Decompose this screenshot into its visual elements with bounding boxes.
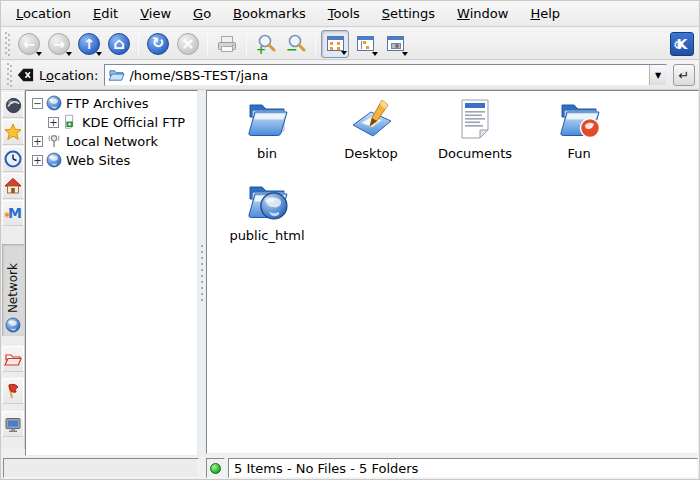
dark-globe-icon (5, 97, 22, 114)
menu-view[interactable]: View (129, 2, 182, 25)
tree-item-web-sites[interactable]: + Web Sites (32, 151, 130, 169)
folder-icon (243, 95, 291, 143)
file-label: bin (257, 146, 277, 161)
globe-icon (46, 95, 62, 111)
menu-settings[interactable]: Settings (371, 2, 446, 25)
location-label: Location: (39, 68, 98, 83)
forward-icon: → (48, 33, 70, 55)
up-icon: ↑ (78, 33, 100, 55)
svg-text:−: − (286, 41, 298, 55)
reload-button[interactable]: ↻ (144, 30, 172, 58)
globe-icon (46, 152, 62, 168)
splitter-grip-icon (201, 245, 203, 305)
folder-globe-icon (243, 177, 291, 225)
file-grid: bin Desktop Documents Fun (207, 91, 698, 259)
toolbar-drag-handle[interactable] (4, 32, 11, 56)
tree-item-kde-official-ftp[interactable]: + KDE Official FTP (48, 113, 185, 131)
sidebar-tab-web-archive[interactable] (2, 92, 24, 118)
network-tab-label: Network (6, 263, 20, 313)
file-label: public_html (229, 228, 304, 243)
home-button[interactable]: ⌂ (105, 30, 133, 58)
photobook-view-icon (387, 36, 404, 51)
tree-view-button[interactable] (351, 30, 379, 58)
file-label: Fun (567, 146, 590, 161)
tree-label: Local Network (66, 134, 158, 149)
green-led-icon (210, 463, 221, 474)
zoom-in-icon: + (255, 33, 277, 55)
tree-label: Web Sites (66, 153, 130, 168)
antenna-icon (46, 133, 62, 149)
main-toolbar: ← → ↑ ⌂ ↻ × + − (1, 28, 699, 60)
sidebar-tab-history[interactable] (2, 146, 24, 172)
file-view: bin Desktop Documents Fun (206, 90, 699, 454)
open-folder-icon (108, 68, 125, 83)
svg-text:+: + (256, 43, 266, 55)
printer-icon (216, 33, 238, 55)
sidebar-tab-services[interactable] (2, 378, 24, 404)
photobook-view-button[interactable] (381, 30, 409, 58)
konqueror-window: Location Edit View Go Bookmarks Tools Se… (0, 0, 700, 480)
menu-tools[interactable]: Tools (317, 2, 371, 25)
go-button[interactable]: ↵ (673, 64, 695, 86)
menu-edit[interactable]: Edit (82, 2, 129, 25)
kde-gear-icon: ⚙ (673, 38, 684, 52)
icon-view-button[interactable] (321, 30, 349, 58)
menu-location[interactable]: Location (5, 2, 82, 25)
sidebar-tab-root-folder[interactable] (2, 346, 24, 372)
sidebar-tab-home-folder[interactable] (2, 173, 24, 199)
tree-label: KDE Official FTP (82, 115, 185, 130)
file-item-fun[interactable]: Fun (527, 95, 631, 177)
back-icon: ← (18, 33, 40, 55)
up-button[interactable]: ↑ (75, 30, 103, 58)
expander-plus[interactable]: + (32, 155, 43, 166)
folder-fun-icon (555, 95, 603, 143)
status-bar: 5 Items - No Files - 5 Folders (228, 458, 698, 478)
stop-button[interactable]: × (174, 30, 202, 58)
icon-view-icon (327, 36, 344, 51)
tree-view-icon (357, 36, 374, 51)
menu-window[interactable]: Window (446, 2, 519, 25)
expander-plus[interactable]: + (48, 117, 59, 128)
menu-bar: Location Edit View Go Bookmarks Tools Se… (1, 1, 699, 27)
file-item-desktop[interactable]: Desktop (319, 95, 423, 177)
location-dropdown-arrow[interactable]: ▼ (649, 65, 666, 85)
menu-go[interactable]: Go (182, 2, 222, 25)
forward-button[interactable]: → (45, 30, 73, 58)
status-led-box (206, 458, 225, 478)
clear-location-icon[interactable] (16, 66, 35, 84)
sidebar-tree-panel: − FTP Archives + KDE Official FTP + Loca… (25, 90, 198, 456)
red-flag-icon (4, 382, 22, 400)
toolbar-separator (207, 32, 208, 56)
print-button[interactable] (213, 30, 241, 58)
menu-bookmarks[interactable]: Bookmarks (222, 2, 317, 25)
svg-text:*: * (4, 210, 11, 222)
locationbar-drag-handle[interactable] (6, 63, 13, 87)
sidebar-tab-network[interactable]: Network (2, 244, 24, 336)
toolbar-separator (246, 32, 247, 56)
location-combobox: ▼ (104, 64, 667, 86)
network-globe-icon (5, 317, 21, 333)
file-item-bin[interactable]: bin (215, 95, 319, 177)
tree-item-ftp-archives[interactable]: − FTP Archives (32, 94, 149, 112)
kde-logo[interactable]: ⚙ K (670, 32, 694, 56)
stop-icon: × (177, 33, 199, 55)
sidebar-tab-system[interactable] (2, 411, 24, 437)
file-item-documents[interactable]: Documents (423, 95, 527, 177)
menu-help[interactable]: Help (519, 2, 571, 25)
reload-icon: ↻ (147, 33, 169, 55)
location-input[interactable] (125, 68, 649, 83)
tree-item-local-network[interactable]: + Local Network (32, 132, 158, 150)
panel-splitter[interactable] (198, 90, 206, 456)
sidebar-tab-metabar[interactable]: M * (2, 200, 24, 226)
file-label: Desktop (344, 146, 398, 161)
back-button[interactable]: ← (15, 30, 43, 58)
expander-minus[interactable]: − (32, 98, 43, 109)
sidebar-status-box (3, 458, 199, 478)
tree-label: FTP Archives (66, 96, 149, 111)
zoom-out-button[interactable]: − (282, 30, 310, 58)
zoom-in-button[interactable]: + (252, 30, 280, 58)
expander-plus[interactable]: + (32, 136, 43, 147)
file-item-public-html[interactable]: public_html (215, 177, 319, 259)
sidebar-tab-bookmarks[interactable] (2, 119, 24, 145)
file-label: Documents (438, 146, 512, 161)
